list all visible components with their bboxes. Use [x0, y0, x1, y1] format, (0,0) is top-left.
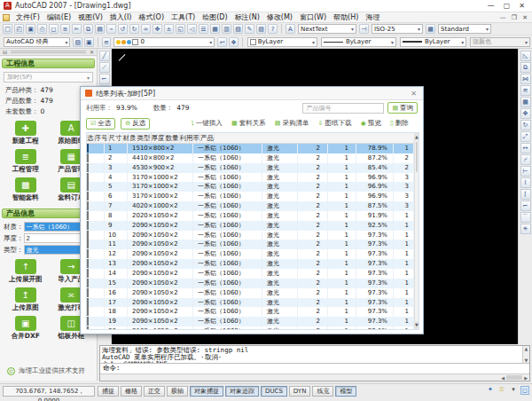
linetype-combo[interactable]: ByLayer▾: [321, 37, 396, 47]
row-checkbox[interactable]: [87, 163, 89, 172]
hyperlink-icon[interactable]: ∞: [141, 24, 151, 34]
row-checkbox[interactable]: [87, 317, 89, 326]
menu-item[interactable]: 视图(V): [74, 13, 106, 21]
upload-original-button[interactable]: ↥ 上传原图: [4, 287, 48, 312]
status-toggle-button[interactable]: DUCS: [261, 386, 287, 397]
workspace-settings-icon[interactable]: ▧: [73, 37, 82, 47]
table-header-cell[interactable]: 尺寸: [109, 133, 123, 143]
trim-icon[interactable]: ⌿: [520, 154, 531, 165]
merge-dxf-button[interactable]: ▣ 合并DXF: [4, 316, 48, 341]
project-name-combo[interactable]: 加时(5P)▾: [4, 72, 93, 83]
row-checkbox[interactable]: [87, 221, 89, 230]
menu-item[interactable]: 海理: [362, 13, 383, 21]
construction-line-icon[interactable]: ⟋: [99, 62, 110, 73]
table-row[interactable]: 7 4020×1000×2 一系铝（1060） 激光 2 1 87.5% 3: [87, 201, 414, 211]
new-icon[interactable]: □: [3, 24, 12, 34]
purchase-list-button[interactable]: ▤ 采购清单: [275, 119, 309, 128]
tool-palettes-icon[interactable]: ▥: [222, 24, 231, 34]
menu-item[interactable]: 修改(M): [263, 13, 296, 21]
status-toggle-button[interactable]: 正交: [144, 386, 165, 397]
menu-item[interactable]: 文件(F): [12, 13, 43, 21]
table-header-cell[interactable]: 数量: [166, 133, 180, 143]
palette-drag-handle[interactable]: [11, 51, 86, 53]
select-all-button[interactable]: ☑ 全选: [86, 118, 115, 130]
dbconnect-icon[interactable]: ▨: [256, 24, 266, 34]
status-toggle-button[interactable]: 对象追踪: [225, 386, 259, 397]
toolbar-lock-icon[interactable]: ⚿: [497, 386, 506, 395]
row-checkbox[interactable]: [87, 288, 89, 297]
table-row[interactable]: 19 2090×1050×2 一系铝（1060） 激光 2 1 97.3% 1: [87, 317, 414, 326]
clean-screen-icon[interactable]: ◻: [520, 386, 529, 395]
row-checkbox[interactable]: [87, 211, 89, 220]
menu-item[interactable]: 插入(I): [106, 13, 136, 21]
table-row[interactable]: 17 2090×1050×2 一系铝（1060） 激光 2 1 97.3% 1: [87, 298, 414, 308]
status-toggle-button[interactable]: DYN: [289, 386, 311, 397]
menu-item[interactable]: 标注(N): [231, 13, 263, 21]
upload-unfold-button[interactable]: ↑ 上传展开图: [4, 259, 48, 284]
status-toggle-button[interactable]: 捕捉: [98, 386, 119, 397]
row-checkbox[interactable]: [87, 269, 89, 278]
row-checkbox[interactable]: [87, 153, 89, 162]
designcenter-icon[interactable]: ▦: [210, 24, 220, 34]
minimize-button[interactable]: —: [488, 2, 495, 10]
mdi-window-control[interactable]: ❐: [512, 14, 517, 21]
table-scrollbar[interactable]: ▲ ▼: [414, 133, 419, 329]
workspace-combo[interactable]: AutoCAD 经典▾: [4, 37, 70, 47]
mirror-icon[interactable]: ⋈: [520, 74, 531, 84]
row-checkbox[interactable]: [87, 249, 89, 258]
table-header-cell[interactable]: 产品: [200, 133, 215, 143]
palette-grip[interactable]: ⊟ ✕: [0, 49, 97, 56]
array-icon[interactable]: ▦: [520, 97, 531, 107]
table-header-cell[interactable]: 序号: [95, 133, 109, 143]
pan-icon[interactable]: ✥: [153, 24, 162, 34]
mdi-window-control[interactable]: —: [500, 14, 506, 21]
table-row[interactable]: 4 3170×1000×2 一系铝（1060） 激光 2 1 96.9% 3: [87, 173, 414, 183]
scale-icon[interactable]: ⤢: [520, 131, 531, 142]
command-hscrollbar[interactable]: ◀▶: [100, 373, 529, 381]
row-checkbox[interactable]: [87, 307, 89, 316]
mdi-window-control[interactable]: ✕: [522, 14, 528, 21]
status-toggle-button[interactable]: 线宽: [312, 386, 333, 397]
fillet-icon[interactable]: ⌒: [520, 212, 531, 223]
table-row[interactable]: 13 2090×1050×2 一系铝（1060） 激光 2 1 97.3% 1: [87, 259, 414, 269]
copy-object-icon[interactable]: ⧉: [520, 62, 531, 73]
row-checkbox[interactable]: [87, 240, 89, 248]
scroll-thumb[interactable]: [416, 142, 418, 172]
row-checkbox[interactable]: [87, 173, 89, 182]
row-checkbox[interactable]: [87, 279, 89, 287]
drawing-download-button[interactable]: ⇩ 图纸下载: [318, 119, 352, 128]
markup-set-manager-icon[interactable]: ✎: [245, 24, 254, 34]
break-icon[interactable]: ⌈: [520, 189, 531, 200]
product-code-input[interactable]: 产品编号: [302, 103, 384, 114]
table-style-combo[interactable]: Standard▾: [438, 24, 491, 34]
line-icon[interactable]: ╱: [99, 51, 110, 61]
table-row[interactable]: 11 2090×1050×2 一系铝（1060） 激光 2 1 97.3% 1: [87, 240, 414, 249]
table-row[interactable]: 10 2090×1050×2 一系铝（1060） 激光 2 1 97.3% 1: [87, 231, 414, 240]
table-header-cell[interactable]: 利用率: [180, 133, 201, 143]
preview-button[interactable]: ◉ 预览: [361, 119, 381, 128]
query-button[interactable]: ▤ 查询: [387, 102, 418, 114]
command-history[interactable]: 海理套料」错误: 参数类型错误: stringp nilAutoCAD 菜单实用…: [100, 346, 529, 364]
command-scrollbar[interactable]: ▲▼: [522, 346, 529, 363]
color-combo[interactable]: ByLayer▾: [247, 37, 317, 47]
properties-icon[interactable]: ☰: [199, 24, 208, 34]
cut-icon[interactable]: ✂: [72, 24, 82, 34]
explode-icon[interactable]: ✳: [520, 224, 531, 234]
menu-item[interactable]: 窗口(W): [296, 13, 330, 21]
maximize-button[interactable]: ▢: [504, 2, 511, 10]
table-header-cell[interactable]: 材质: [123, 133, 137, 143]
dim-style-combo[interactable]: ISO-25▾: [372, 24, 423, 34]
layer-previous-icon[interactable]: ↩: [217, 37, 227, 47]
table-row[interactable]: 14 2090×1050×2 一系铝（1060） 激光 2 1 97.3% 1: [87, 269, 414, 279]
menu-item[interactable]: 绘图(D): [199, 13, 231, 21]
table-header-cell[interactable]: 选: [87, 133, 95, 143]
workspace-save-icon[interactable]: ▣: [84, 37, 94, 47]
table-row[interactable]: 3 4530×900×2 一系铝（1060） 激光 2 1 85.4% 2: [87, 163, 414, 173]
command-input-line[interactable]: 命令:: [100, 364, 529, 373]
tray-menu-icon[interactable]: ▾: [509, 386, 518, 395]
menu-item[interactable]: 帮助(H): [330, 13, 362, 21]
move-icon[interactable]: ✥: [520, 108, 531, 119]
nesting-relation-button[interactable]: ▦ 套料关系: [231, 119, 266, 128]
table-row[interactable]: 18 2090×1050×2 一系铝（1060） 激光 2 1 97.3% 1: [87, 307, 414, 317]
row-checkbox[interactable]: [87, 182, 89, 191]
